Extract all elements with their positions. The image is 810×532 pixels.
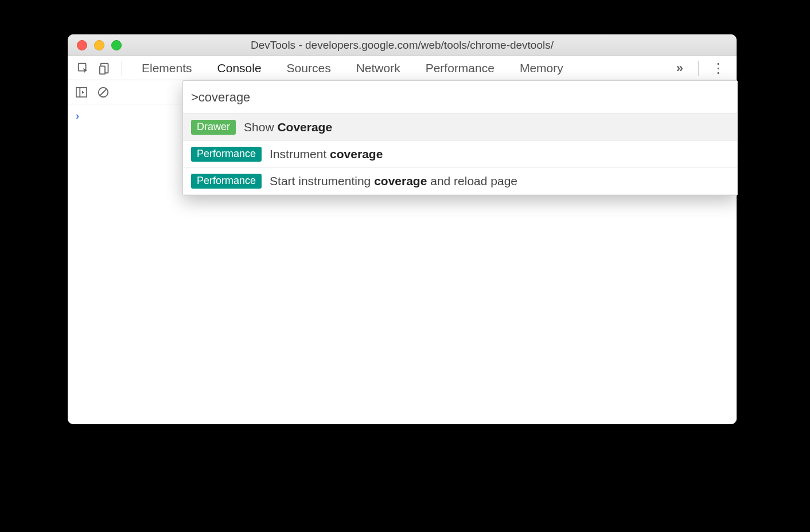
main-toolbar: Elements Console Sources Network Perform… — [68, 56, 737, 80]
toolbar-separator — [698, 61, 699, 76]
command-menu-list: Drawer Show Coverage Performance Instrum… — [183, 114, 737, 195]
titlebar: DevTools - developers.google.com/web/too… — [68, 34, 737, 56]
clear-console-icon[interactable] — [95, 84, 111, 100]
minimize-window-button[interactable] — [94, 40, 104, 50]
customize-devtools-button[interactable]: ⋮ — [706, 61, 731, 75]
svg-line-6 — [100, 89, 107, 95]
command-item-label: Show Coverage — [244, 120, 332, 134]
command-item-instrument-coverage[interactable]: Performance Instrument coverage — [183, 141, 737, 168]
command-item-start-instrumenting-coverage[interactable]: Performance Start instrumenting coverage… — [183, 168, 737, 195]
command-item-label: Start instrumenting coverage and reload … — [270, 174, 517, 188]
command-menu: Drawer Show Coverage Performance Instrum… — [182, 80, 738, 195]
command-category-badge: Performance — [191, 147, 262, 162]
tab-sources[interactable]: Sources — [274, 57, 344, 80]
command-item-label: Instrument coverage — [270, 147, 383, 161]
svg-rect-3 — [76, 87, 87, 96]
panel-tabs: Elements Console Sources Network Perform… — [129, 57, 666, 80]
svg-rect-2 — [100, 66, 105, 74]
console-sidebar-toggle-icon[interactable] — [73, 84, 89, 100]
tab-network[interactable]: Network — [344, 57, 413, 80]
tabs-overflow-button[interactable]: » — [668, 61, 691, 76]
tab-performance[interactable]: Performance — [413, 57, 507, 80]
tab-console[interactable]: Console — [205, 57, 274, 80]
close-window-button[interactable] — [77, 40, 87, 50]
inspect-element-icon[interactable] — [73, 58, 93, 78]
window-title: DevTools - developers.google.com/web/too… — [68, 39, 737, 52]
console-prompt-chevron-icon: › — [76, 110, 79, 122]
command-category-badge: Drawer — [191, 120, 236, 135]
command-item-show-coverage[interactable]: Drawer Show Coverage — [183, 114, 737, 141]
traffic-lights — [68, 40, 122, 50]
toolbar-separator — [122, 61, 122, 76]
devtools-window: DevTools - developers.google.com/web/too… — [68, 34, 737, 424]
device-toolbar-icon[interactable] — [95, 58, 115, 78]
zoom-window-button[interactable] — [111, 40, 122, 50]
command-menu-input-row — [183, 81, 737, 114]
tab-memory[interactable]: Memory — [507, 57, 576, 80]
command-category-badge: Performance — [191, 174, 262, 189]
command-menu-input[interactable] — [191, 90, 729, 105]
tab-elements[interactable]: Elements — [129, 57, 205, 80]
